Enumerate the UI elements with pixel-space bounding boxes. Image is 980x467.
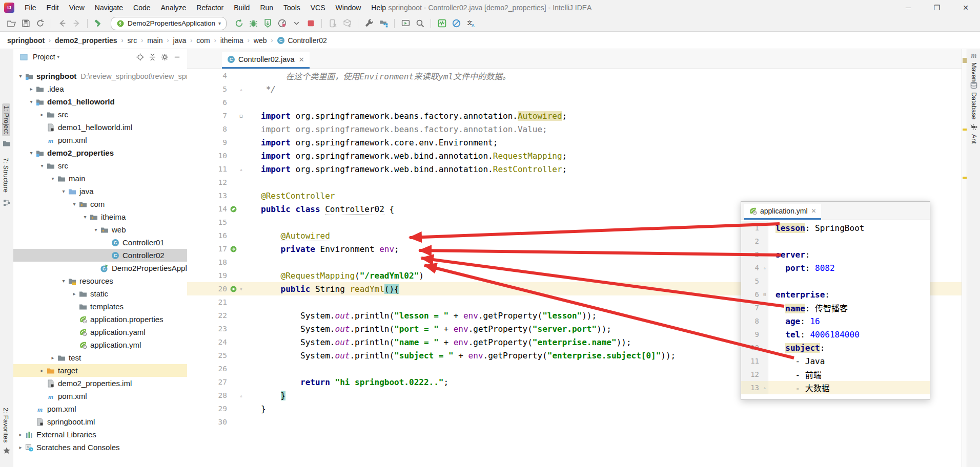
collapse-arrow-icon[interactable]: ▾: [59, 188, 68, 194]
tree-row-application-properties[interactable]: application.properties: [13, 313, 187, 326]
tree-row-main[interactable]: ▾main: [13, 172, 187, 185]
run-configuration-select[interactable]: Demo2PropertiesApplication▾: [111, 17, 227, 30]
tree-row-controller02[interactable]: CController02: [13, 249, 187, 262]
tree-row-pom-xml[interactable]: mpom.xml: [13, 134, 187, 146]
breadcrumb-web[interactable]: web›: [254, 36, 277, 45]
collapse-arrow-icon[interactable]: ▾: [27, 150, 35, 156]
tool-window-tab-database[interactable]: Database: [970, 92, 977, 120]
expand-arrow-icon[interactable]: ▸: [38, 368, 46, 373]
menu-run[interactable]: Run: [255, 0, 278, 15]
close-icon[interactable]: ✕: [299, 56, 304, 63]
tree-row-templates[interactable]: templates: [13, 300, 187, 313]
expand-arrow-icon[interactable]: ▸: [49, 355, 57, 360]
hide-icon[interactable]: [171, 51, 183, 62]
tree-row-application-yaml[interactable]: application.yaml: [13, 326, 187, 338]
open-project-icon[interactable]: [4, 17, 18, 30]
tool-window-tab-structure[interactable]: 7: Structure: [2, 158, 9, 193]
fold-marker[interactable]: ⊟: [762, 292, 768, 297]
ant-icon[interactable]: [970, 123, 978, 131]
translate-icon[interactable]: 文A: [463, 17, 478, 30]
project-structure-icon[interactable]: [376, 17, 391, 30]
tree-row-pom-xml[interactable]: mpom.xml: [13, 390, 187, 402]
tree-row-com[interactable]: ▾com: [13, 198, 187, 210]
expand-arrow-icon[interactable]: ▸: [70, 291, 78, 296]
tree-row-external-libraries[interactable]: ▸External Libraries: [13, 428, 187, 441]
database-icon[interactable]: [970, 81, 978, 89]
folder-icon[interactable]: [3, 139, 11, 147]
fold-marker[interactable]: ▵: [762, 265, 768, 270]
tool-window-tab-maven[interactable]: Maven: [970, 62, 977, 82]
collapse-arrow-icon[interactable]: ▾: [92, 227, 100, 232]
tree-row-target[interactable]: ▸target: [13, 364, 187, 377]
star-icon[interactable]: [3, 447, 11, 455]
expand-arrow-icon[interactable]: ▸: [38, 112, 46, 117]
error-stripe-mark[interactable]: [963, 129, 967, 131]
tab-controller02-java[interactable]: C Controller02.java ✕: [222, 52, 310, 69]
synchronize-icon[interactable]: [33, 17, 47, 30]
breadcrumb-itheima[interactable]: itheima›: [220, 36, 254, 45]
menu-view[interactable]: View: [64, 0, 90, 15]
tool-window-tab-ant[interactable]: Ant: [970, 134, 977, 144]
fold-marker[interactable]: ▵: [238, 87, 244, 92]
power-save-icon[interactable]: [449, 17, 463, 30]
menu-refactor[interactable]: Refactor: [191, 0, 229, 15]
chevron-down-icon[interactable]: ▾: [57, 54, 60, 59]
expand-arrow-icon[interactable]: ▸: [16, 432, 25, 437]
minimize-button[interactable]: ─: [894, 0, 923, 15]
project-panel-title[interactable]: Project: [33, 53, 55, 61]
breadcrumb-controller02[interactable]: CController02: [277, 36, 326, 45]
fold-marker[interactable]: ▵: [238, 393, 244, 398]
back-icon[interactable]: [55, 17, 69, 30]
search-everywhere-icon[interactable]: [413, 17, 427, 30]
settings-gear-icon[interactable]: [158, 51, 171, 62]
tree-row-itheima[interactable]: ▾itheima: [13, 210, 187, 223]
tree-row-src[interactable]: ▸src: [13, 108, 187, 121]
spring-bean-icon[interactable]: [230, 202, 238, 216]
close-button[interactable]: ✕: [951, 0, 980, 15]
build-hammer-icon[interactable]: [91, 17, 106, 30]
tree-row-demo2propertiesapplication[interactable]: CDemo2PropertiesApplication: [13, 262, 187, 274]
tree-row-src[interactable]: ▾src: [13, 159, 187, 172]
tree-row-demo1-helloworld[interactable]: ▾demo1_helloworld: [13, 95, 187, 108]
tab-application-yml[interactable]: application.yml ✕: [744, 204, 821, 220]
menu-analyze[interactable]: Analyze: [156, 0, 192, 15]
request-mapping-icon[interactable]: [230, 282, 238, 295]
tree-row-test[interactable]: ▸test: [13, 351, 187, 364]
fold-marker[interactable]: ▵: [238, 166, 244, 172]
menu-vcs[interactable]: VCS: [305, 0, 331, 15]
collapse-arrow-icon[interactable]: ▾: [59, 278, 68, 284]
autowired-icon[interactable]: [230, 242, 238, 256]
tree-row-static[interactable]: ▸static: [13, 287, 187, 300]
settings-wrench-icon[interactable]: [362, 17, 376, 30]
run-anything-icon[interactable]: [398, 17, 413, 30]
profiler-icon[interactable]: [275, 17, 289, 30]
save-all-icon[interactable]: [18, 17, 33, 30]
collapse-arrow-icon[interactable]: ▾: [27, 99, 35, 104]
collapse-all-icon[interactable]: [146, 51, 158, 62]
tree-row-demo2-properties-iml[interactable]: demo2_properties.iml: [13, 377, 187, 390]
menu-code[interactable]: Code: [128, 0, 155, 15]
tool-window-tab-favorites[interactable]: 2: Favorites: [2, 408, 9, 443]
breadcrumb-java[interactable]: java›: [173, 36, 197, 45]
tree-row-demo1-helloworld-iml[interactable]: demo1_helloworld.iml: [13, 121, 187, 134]
breadcrumb-com[interactable]: com›: [196, 36, 220, 45]
debug-icon[interactable]: [246, 17, 260, 30]
tree-row-application-yml[interactable]: application.yml: [13, 338, 187, 351]
breadcrumb-springboot[interactable]: springboot›: [7, 36, 55, 45]
fold-marker[interactable]: ⊟: [762, 252, 768, 257]
menu-file[interactable]: File: [19, 0, 42, 15]
expand-arrow-icon[interactable]: ▸: [27, 86, 35, 92]
close-icon[interactable]: ✕: [811, 207, 816, 215]
menu-edit[interactable]: Edit: [42, 0, 64, 15]
menu-help[interactable]: Help: [366, 0, 391, 15]
collapse-arrow-icon[interactable]: ▾: [38, 163, 46, 168]
fold-marker[interactable]: ▵: [762, 385, 768, 390]
activity-monitor-icon[interactable]: [435, 17, 449, 30]
menu-window[interactable]: Window: [331, 0, 366, 15]
menu-navigate[interactable]: Navigate: [90, 0, 128, 15]
breadcrumb-src[interactable]: src›: [127, 36, 147, 45]
error-stripe-mark[interactable]: [963, 177, 967, 179]
menu-tools[interactable]: Tools: [278, 0, 305, 15]
collapse-arrow-icon[interactable]: ▾: [16, 73, 25, 79]
breadcrumb-main[interactable]: main›: [147, 36, 173, 45]
